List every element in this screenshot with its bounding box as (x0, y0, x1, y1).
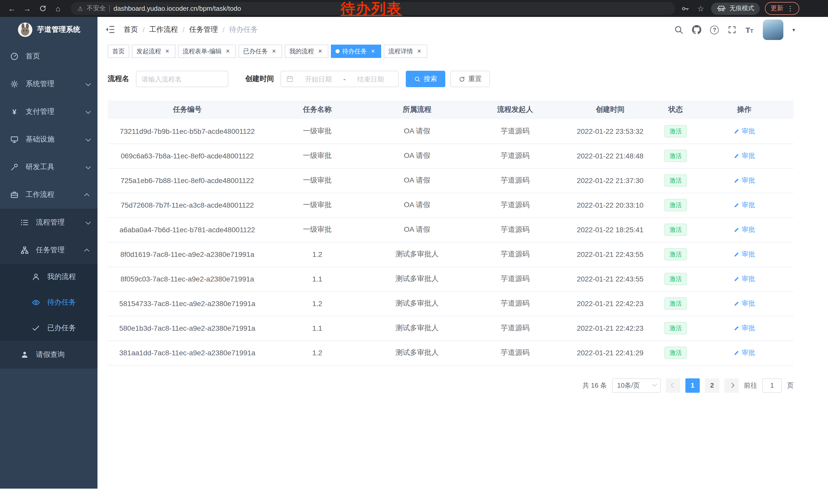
sidebar-item-my-processes[interactable]: 我的流程 (0, 264, 97, 290)
initiator-cell: 芋道源码 (466, 217, 564, 242)
chevron-down-icon (86, 219, 91, 224)
approve-link[interactable]: 审批 (733, 127, 755, 136)
sidebar-item-payment-management[interactable]: ¥ 支付管理 (0, 98, 97, 126)
action-cell: 审批 (695, 340, 794, 365)
sidebar-item-task-management[interactable]: 任务管理 (0, 236, 97, 264)
approve-link[interactable]: 审批 (733, 151, 755, 161)
page-button-2[interactable]: 2 (705, 378, 719, 393)
close-icon[interactable]: × (224, 48, 232, 55)
close-icon[interactable]: × (317, 48, 324, 55)
refresh-icon[interactable] (35, 2, 50, 15)
url-text[interactable]: dashboard.yudao.iocoder.cn/bpm/task/todo (114, 5, 241, 12)
approve-link[interactable]: 审批 (733, 348, 755, 357)
sidebar-item-dev-tools[interactable]: 研发工具 (0, 153, 97, 181)
approve-label: 审批 (742, 348, 755, 357)
close-icon[interactable]: × (271, 48, 278, 55)
incognito-icon (717, 5, 726, 12)
forward-icon[interactable]: → (19, 2, 35, 15)
create-time-cell: 2022-01-21 22:41:29 (564, 340, 656, 365)
my-process-icon (32, 273, 40, 281)
tab-label: 我的流程 (289, 47, 314, 56)
end-date-input[interactable] (348, 75, 393, 83)
home-icon[interactable]: ⌂ (50, 2, 66, 15)
page-button-1[interactable]: 1 (686, 378, 700, 393)
sidebar-item-process-management[interactable]: 流程管理 (0, 209, 97, 236)
task-name-cell: 一级审批 (267, 217, 368, 242)
tab-done-tasks[interactable]: 已办任务× (239, 45, 282, 58)
task-id-cell: 75d72608-7b7f-11ec-a3c8-acde48001122 (108, 193, 267, 217)
breadcrumb-task-management[interactable]: 任务管理 (189, 25, 218, 34)
calendar-icon (286, 75, 293, 83)
tab-todo-tasks[interactable]: 待办任务× (331, 45, 381, 58)
update-button[interactable]: 更新 ⋮ (765, 2, 799, 15)
tab-process-detail[interactable]: 流程详情× (384, 45, 427, 58)
app-logo[interactable]: 芋道管理系统 (0, 17, 97, 43)
tab-start-process[interactable]: 发起流程× (132, 45, 175, 58)
fullscreen-icon[interactable] (728, 25, 737, 34)
date-range-picker[interactable]: - (281, 71, 399, 87)
column-header: 流程发起人 (466, 100, 564, 119)
page-size-value: 10条/页 (617, 381, 640, 390)
star-icon[interactable]: ☆ (696, 4, 706, 13)
approve-label: 审批 (742, 299, 755, 308)
breadcrumb-workflow[interactable]: 工作流程 (149, 25, 178, 34)
back-icon[interactable]: ← (4, 2, 19, 15)
sidebar-item-todo-tasks[interactable]: 待办任务 (0, 290, 97, 315)
divider (110, 5, 110, 12)
navbar: 首页 / 工作流程 / 任务管理 / 待办任务 ? TT (97, 17, 828, 43)
start-date-input[interactable] (296, 75, 341, 83)
tab-home[interactable]: 首页 (108, 45, 129, 58)
approve-link[interactable]: 审批 (733, 324, 755, 333)
help-icon[interactable]: ? (710, 26, 719, 34)
approve-label: 审批 (742, 250, 755, 259)
table-row: 73211d9d-7b9b-11ec-b5b7-acde48001122 一级审… (108, 119, 794, 144)
approve-link[interactable]: 审批 (733, 274, 755, 283)
page-size-select[interactable]: 10条/页 (612, 378, 661, 393)
warning-icon: ⚠ (78, 5, 83, 12)
table-row: 8f059c03-7ac8-11ec-a9e2-a2380e71991a 1.1… (108, 267, 794, 291)
reset-button[interactable]: 重置 (450, 71, 490, 87)
caret-down-icon[interactable]: ▾ (792, 27, 795, 33)
sidebar-item-leave-query[interactable]: 请假查询 (0, 341, 97, 369)
process-name-input[interactable] (141, 75, 223, 83)
breadcrumb-home[interactable]: 首页 (124, 25, 138, 34)
sidebar-item-system-management[interactable]: 系统管理 (0, 70, 97, 98)
approve-label: 审批 (742, 324, 755, 333)
approve-link[interactable]: 审批 (733, 176, 755, 185)
close-icon[interactable]: × (369, 48, 377, 55)
sidebar: 芋道管理系统 首页 系统管理 ¥ 支付管理 (0, 17, 97, 489)
create-time-cell: 2022-01-22 21:37:30 (564, 168, 656, 193)
approve-link[interactable]: 审批 (733, 225, 755, 234)
chevron-down-icon (652, 381, 657, 386)
approve-link[interactable]: 审批 (733, 200, 755, 210)
sidebar-item-infrastructure[interactable]: 基础设施 (0, 126, 97, 153)
approve-link[interactable]: 审批 (733, 299, 755, 308)
search-icon[interactable] (674, 25, 683, 34)
avatar[interactable] (763, 19, 784, 40)
approve-link[interactable]: 审批 (733, 250, 755, 259)
sidebar-fold-icon[interactable] (105, 25, 115, 35)
close-icon[interactable]: × (416, 48, 423, 55)
key-icon[interactable] (680, 4, 691, 12)
sidebar-item-home[interactable]: 首页 (0, 43, 97, 70)
kebab-menu-icon[interactable]: ⋮ (787, 5, 794, 12)
github-icon[interactable] (692, 25, 701, 34)
next-page-button[interactable] (724, 378, 739, 393)
edit-icon (733, 202, 740, 208)
tab-my-processes[interactable]: 我的流程× (285, 45, 328, 58)
search-button[interactable]: 搜索 (406, 71, 445, 87)
prev-page-button[interactable] (666, 378, 680, 393)
status-badge: 激活 (664, 297, 687, 310)
action-cell: 审批 (695, 168, 794, 193)
task-name-cell: 1.2 (267, 291, 368, 316)
security-label[interactable]: 不安全 (87, 4, 106, 13)
tab-process-form-edit[interactable]: 流程表单-编辑× (178, 45, 236, 58)
sidebar-item-done-tasks[interactable]: 已办任务 (0, 315, 97, 341)
task-id-cell: 069c6a63-7b8a-11ec-8ef0-acde48001122 (108, 144, 267, 168)
sidebar-item-workflow[interactable]: 工作流程 (0, 181, 97, 209)
close-icon[interactable]: × (164, 48, 171, 55)
goto-page-input[interactable] (762, 378, 782, 393)
initiator-cell: 芋道源码 (466, 168, 564, 193)
font-size-icon[interactable]: TT (745, 26, 753, 34)
menu-label: 任务管理 (36, 245, 82, 255)
